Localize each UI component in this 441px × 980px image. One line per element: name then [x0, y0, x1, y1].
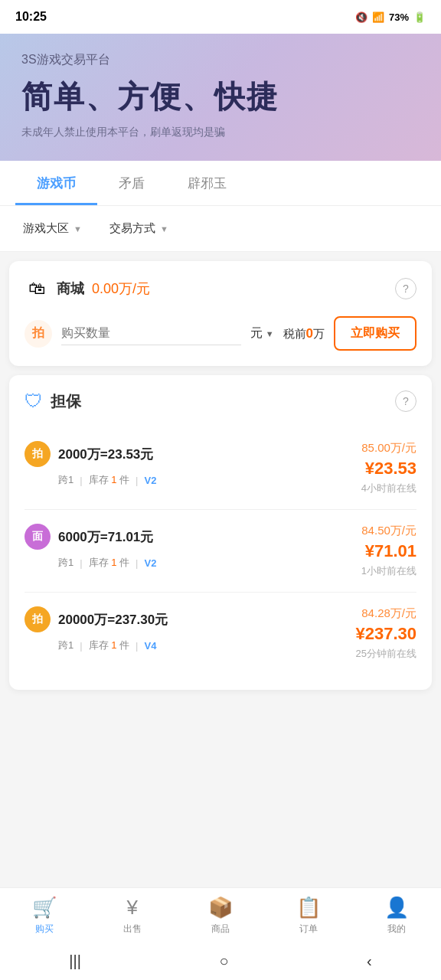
- region-arrow-icon: ▼: [74, 224, 82, 234]
- currency-arrow-icon: ▼: [266, 329, 274, 338]
- tab-shield[interactable]: 矛盾: [97, 161, 166, 205]
- listing-meta: 跨1 | 库存 1 件 | V4: [58, 639, 168, 652]
- sep1: |: [80, 475, 82, 486]
- listing-meta: 跨1 | 库存 1 件 | V2: [58, 473, 156, 487]
- banner-subtitle: 未成年人禁止使用本平台，刷单返现均是骗: [21, 126, 420, 139]
- listing-region: 跨1: [58, 556, 74, 570]
- mall-price: 0.00万/元: [92, 279, 150, 298]
- tabs-container: 游戏币 矛盾 辟邪玉: [0, 161, 441, 206]
- nav-sell[interactable]: ¥ 出售: [102, 896, 163, 936]
- listing-item[interactable]: 面 6000万=71.01元 跨1 | 库存 1 件 | V2 84.50万/元…: [24, 510, 416, 593]
- listing-region: 跨1: [58, 639, 74, 652]
- purchase-row: 拍 元 ▼ 税前0万 立即购买: [24, 316, 416, 351]
- mall-header: 🛍 商城 0.00万/元 ?: [24, 276, 416, 301]
- sep2: |: [136, 557, 138, 569]
- guarantee-card: 🛡 担保 ? 拍 2000万=23.53元 跨1 | 库存 1 件 | V2 8…: [9, 375, 432, 690]
- sep2: |: [136, 475, 138, 486]
- mall-label: 商城: [57, 279, 84, 298]
- sell-icon: ¥: [127, 896, 138, 920]
- guarantee-title-row: 🛡 担保: [24, 390, 81, 412]
- listing-item[interactable]: 拍 2000万=23.53元 跨1 | 库存 1 件 | V2 85.00万/元…: [24, 427, 416, 510]
- nav-product[interactable]: 📦 商品: [190, 896, 251, 936]
- listing-price: ¥71.01: [361, 541, 416, 561]
- mall-help-icon[interactable]: ?: [395, 278, 416, 299]
- status-time: 10:25: [15, 10, 47, 24]
- buy-icon: 🛒: [32, 896, 57, 920]
- shield-icon: 🛡: [24, 390, 43, 412]
- banner-title: 简单、方便、快捷: [21, 76, 420, 118]
- tab-jade[interactable]: 辟邪玉: [166, 161, 248, 205]
- buy-label: 购买: [35, 923, 54, 936]
- listing-title: 6000万=71.01元: [58, 528, 153, 546]
- listing-stock-label: 库存 1 件: [89, 556, 129, 570]
- nav-recent-button[interactable]: |||: [54, 946, 96, 976]
- seller-avatar: 拍: [24, 606, 51, 632]
- nav-profile[interactable]: 👤 我的: [366, 896, 427, 936]
- product-label: 商品: [211, 923, 230, 936]
- mall-title-row: 🛍 商城 0.00万/元: [24, 276, 150, 301]
- trade-arrow-icon: ▼: [160, 224, 168, 234]
- purchase-avatar: 拍: [24, 320, 52, 348]
- listing-title-row: 面 6000万=71.01元: [24, 524, 156, 550]
- guarantee-label: 担保: [51, 391, 81, 412]
- nav-buy[interactable]: 🛒 购买: [14, 896, 75, 936]
- listing-price: ¥23.53: [361, 459, 416, 479]
- nav-order[interactable]: 📋 订单: [278, 896, 339, 936]
- wifi-icon: 📶: [372, 11, 384, 23]
- listing-stock-label: 库存 1 件: [89, 639, 129, 652]
- listing-meta: 跨1 | 库存 1 件 | V2: [58, 556, 156, 570]
- listing-price: ¥237.30: [355, 624, 416, 644]
- status-bar: 10:25 🔇 📶 73% 🔋: [0, 0, 441, 34]
- seller-badge: V4: [145, 640, 157, 652]
- quantity-input[interactable]: [61, 322, 241, 345]
- sep2: |: [136, 640, 138, 652]
- product-icon: 📦: [208, 896, 233, 920]
- guarantee-help-icon[interactable]: ?: [395, 390, 416, 412]
- system-nav: ||| ○ ‹: [0, 942, 441, 980]
- tab-gamecoin[interactable]: 游戏币: [15, 161, 97, 205]
- listing-time: 4小时前在线: [361, 482, 416, 495]
- listing-time: 25分钟前在线: [355, 647, 416, 661]
- profile-icon: 👤: [384, 896, 409, 920]
- listing-left: 拍 20000万=237.30元 跨1 | 库存 1 件 | V4: [24, 606, 168, 652]
- banner: 3S游戏交易平台 简单、方便、快捷 未成年人禁止使用本平台，刷单返现均是骗: [0, 34, 441, 161]
- battery-icon: 🔋: [413, 11, 426, 23]
- mall-card: 🛍 商城 0.00万/元 ? 拍 元 ▼ 税前0万 立即购买: [9, 261, 432, 366]
- battery-text: 73%: [389, 11, 409, 23]
- guarantee-header: 🛡 担保 ?: [24, 390, 416, 412]
- buy-now-button[interactable]: 立即购买: [334, 316, 416, 351]
- listing-rate: 85.00万/元: [361, 441, 416, 456]
- listing-rate: 84.50万/元: [361, 524, 416, 538]
- seller-avatar: 拍: [24, 441, 51, 467]
- listing-left: 面 6000万=71.01元 跨1 | 库存 1 件 | V2: [24, 524, 156, 570]
- listing-rate: 84.28万/元: [355, 606, 416, 621]
- listing-title-row: 拍 2000万=23.53元: [24, 441, 156, 467]
- listing-region: 跨1: [58, 473, 74, 487]
- nav-back-button[interactable]: ‹: [351, 946, 387, 976]
- listing-right: 85.00万/元 ¥23.53 4小时前在线: [361, 441, 416, 495]
- listing-title: 2000万=23.53元: [58, 446, 153, 463]
- currency-select[interactable]: 元 ▼: [250, 325, 274, 341]
- banner-platform: 3S游戏交易平台: [21, 52, 420, 68]
- filter-region[interactable]: 游戏大区 ▼: [15, 217, 90, 240]
- listing-right: 84.28万/元 ¥237.30 25分钟前在线: [355, 606, 416, 661]
- mall-icon: 🛍: [24, 276, 49, 301]
- mute-icon: 🔇: [355, 11, 368, 23]
- order-icon: 📋: [296, 896, 321, 920]
- listing-item[interactable]: 拍 20000万=237.30元 跨1 | 库存 1 件 | V4 84.28万…: [24, 593, 416, 675]
- profile-label: 我的: [387, 923, 406, 936]
- status-icons: 🔇 📶 73% 🔋: [355, 11, 426, 23]
- seller-avatar: 面: [24, 524, 51, 550]
- listing-left: 拍 2000万=23.53元 跨1 | 库存 1 件 | V2: [24, 441, 156, 487]
- order-label: 订单: [299, 923, 318, 936]
- bottom-nav: 🛒 购买 ¥ 出售 📦 商品 📋 订单 👤 我的: [0, 887, 441, 942]
- seller-badge: V2: [145, 475, 157, 486]
- listing-title: 20000万=237.30元: [58, 611, 168, 629]
- listing-right: 84.50万/元 ¥71.01 1小时前在线: [361, 524, 416, 578]
- nav-home-button[interactable]: ○: [204, 946, 243, 976]
- listing-stock-label: 库存 1 件: [89, 473, 129, 487]
- tax-label: 税前0万: [283, 326, 325, 341]
- seller-badge: V2: [145, 557, 157, 569]
- filter-trade-method[interactable]: 交易方式 ▼: [102, 217, 176, 240]
- listing-time: 1小时前在线: [361, 564, 416, 578]
